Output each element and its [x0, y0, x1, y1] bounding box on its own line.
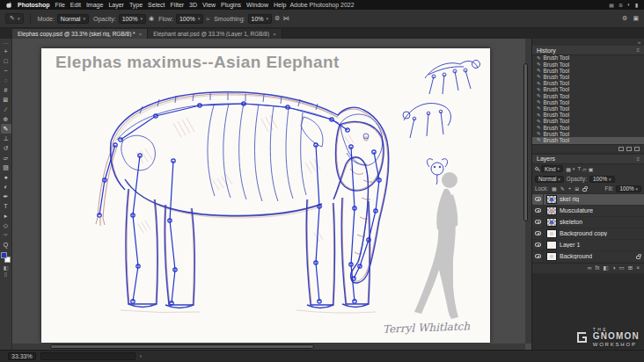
visibility-toggle[interactable]: [532, 217, 544, 228]
layer-row[interactable]: Background: [532, 251, 644, 263]
tab-close-icon[interactable]: ×: [273, 32, 276, 37]
layers-panel-title[interactable]: Layers: [537, 156, 555, 162]
type-tool[interactable]: T: [1, 201, 11, 211]
blur-tool[interactable]: ●: [1, 172, 11, 182]
eraser-tool[interactable]: ▱: [1, 153, 11, 163]
opacity-select[interactable]: 100% ▾: [119, 14, 146, 24]
brush-settings-icon[interactable]: ⚙: [622, 15, 627, 22]
layer-thumbnail[interactable]: [546, 206, 557, 215]
canvas-area[interactable]: Elephas maximus--Asian Elephant Terryl W…: [12, 39, 531, 350]
document-canvas[interactable]: Elephas maximus--Asian Elephant Terryl W…: [41, 48, 490, 343]
new-layer-icon[interactable]: ⊞: [628, 265, 633, 272]
tab-close-icon[interactable]: ×: [139, 32, 143, 37]
layer-thumbnail[interactable]: [546, 252, 557, 261]
layer-row[interactable]: Musculature: [532, 206, 644, 217]
menu-item-edit[interactable]: Edit: [70, 2, 81, 8]
quick-selection-tool[interactable]: ◌: [1, 76, 11, 85]
document-tab[interactable]: Elephant anat.psd @ 33.3% (Layer 1, RGB/…: [148, 29, 282, 39]
panel-menu-icon[interactable]: ≡: [636, 47, 640, 53]
marquee-tool[interactable]: □: [1, 56, 11, 66]
layer-row[interactable]: Background copy: [532, 228, 644, 240]
flow-select[interactable]: 100% ▾: [176, 14, 203, 24]
layer-thumbnail[interactable]: [546, 218, 557, 227]
link-layers-icon[interactable]: ∞: [588, 265, 592, 272]
menu-item-filter[interactable]: Filter: [171, 2, 185, 8]
quick-mask-icon[interactable]: ◧: [4, 265, 9, 272]
menu-item-file[interactable]: File: [55, 2, 65, 8]
collapse-panels-icon[interactable]: »: [638, 40, 640, 45]
apple-menu-icon[interactable]: [6, 2, 12, 9]
frame-tool[interactable]: ⊠: [1, 95, 11, 105]
filter-kind-select[interactable]: Kind ▾: [541, 165, 563, 172]
path-selection-tool[interactable]: ▸: [1, 211, 11, 221]
filter-pixel-layers-icon[interactable]: ▦: [565, 166, 572, 172]
history-panel-title[interactable]: History: [537, 47, 556, 54]
horizontal-scrollbar[interactable]: [12, 344, 525, 350]
lock-transparency-icon[interactable]: ▦: [551, 185, 558, 192]
battery-icon[interactable]: ▮: [635, 2, 638, 8]
blend-mode-select[interactable]: Normal ▾: [535, 176, 564, 183]
layer-row[interactable]: Layer 1: [532, 240, 644, 251]
symmetry-icon[interactable]: ⋈: [282, 15, 289, 22]
history-brush-tool[interactable]: ↺: [1, 143, 11, 153]
healing-brush-tool[interactable]: ⊕: [1, 114, 11, 124]
active-app-name[interactable]: Photoshop: [18, 2, 50, 8]
new-group-icon[interactable]: ▭: [619, 265, 625, 272]
lock-artboard-icon[interactable]: ⊞: [574, 185, 580, 192]
brush-tool[interactable]: ✎: [1, 124, 11, 134]
airbrush-icon[interactable]: ≈: [206, 16, 209, 22]
delete-layer-icon[interactable]: ×: [636, 265, 640, 272]
foreground-color-swatch[interactable]: [1, 252, 7, 258]
vertical-scrollbar-thumb[interactable]: [523, 63, 528, 221]
new-doc-from-state-icon[interactable]: [618, 147, 624, 151]
filter-smart-objects-icon[interactable]: ▣: [588, 166, 595, 172]
visibility-toggle[interactable]: [532, 251, 544, 262]
layer-opacity-select[interactable]: 100% ▾: [589, 176, 615, 183]
menu-item-type[interactable]: Type: [129, 2, 143, 8]
edit-toolbar-icon[interactable]: ⋯: [4, 40, 9, 47]
shape-tool[interactable]: ◇: [1, 221, 11, 230]
status-options-icon[interactable]: ›: [140, 353, 142, 359]
layer-mask-icon[interactable]: ◧: [604, 265, 609, 272]
menu-item-help[interactable]: Help: [274, 2, 286, 8]
menu-item-image[interactable]: Image: [86, 2, 103, 8]
wifi-icon[interactable]: ≋: [618, 2, 623, 8]
zoom-level-field[interactable]: 33.33%: [8, 352, 36, 360]
eyedropper-tool[interactable]: ∕: [1, 105, 11, 114]
dodge-tool[interactable]: ◐: [1, 182, 11, 192]
vertical-scrollbar[interactable]: [525, 39, 531, 344]
document-tab[interactable]: Elephas copy.psd @ 33.3% (skel rig, RGB/…: [12, 29, 148, 39]
lock-all-icon[interactable]: [582, 188, 587, 192]
filter-shape-layers-icon[interactable]: ▱: [582, 166, 588, 172]
visibility-toggle[interactable]: [532, 240, 544, 250]
smoothing-gear-icon[interactable]: ⚙: [274, 15, 280, 22]
control-center-icon[interactable]: ◐: [627, 2, 631, 8]
layer-thumbnail[interactable]: [546, 195, 557, 204]
crop-tool[interactable]: #: [1, 85, 11, 95]
layer-style-icon[interactable]: fx: [595, 265, 599, 272]
history-state[interactable]: ✎Brush Tool: [532, 119, 644, 125]
visibility-toggle[interactable]: [532, 206, 544, 216]
panel-menu-icon[interactable]: ≡: [636, 156, 640, 162]
visibility-toggle[interactable]: [532, 194, 544, 205]
menu-item-plugins[interactable]: Plugins: [221, 2, 241, 8]
layer-row[interactable]: skeleton: [532, 217, 644, 228]
layer-thumbnail[interactable]: [546, 241, 557, 250]
menu-item-view[interactable]: View: [202, 2, 216, 8]
lock-position-icon[interactable]: +: [567, 185, 573, 192]
visibility-toggle[interactable]: [532, 228, 544, 239]
clone-stamp-tool[interactable]: ⊥: [1, 134, 11, 143]
layer-thumbnail[interactable]: [546, 229, 557, 238]
menu-item-3d[interactable]: 3D: [189, 2, 197, 8]
menu-item-window[interactable]: Window: [246, 2, 268, 8]
menu-item-layer[interactable]: Layer: [108, 2, 124, 8]
lock-paint-icon[interactable]: ✎: [560, 185, 566, 192]
delete-state-icon[interactable]: [634, 147, 640, 151]
pressure-opacity-icon[interactable]: ◉: [149, 15, 154, 22]
screen-mode-icon[interactable]: ▯: [4, 272, 9, 278]
tool-preset-picker[interactable]: ✎ ▾: [5, 13, 24, 24]
history-state[interactable]: ✎Brush Tool: [532, 137, 644, 143]
panels-toggle-icon[interactable]: ▣: [633, 15, 639, 22]
lasso-tool[interactable]: ~: [1, 66, 11, 76]
new-snapshot-icon[interactable]: [626, 147, 632, 151]
